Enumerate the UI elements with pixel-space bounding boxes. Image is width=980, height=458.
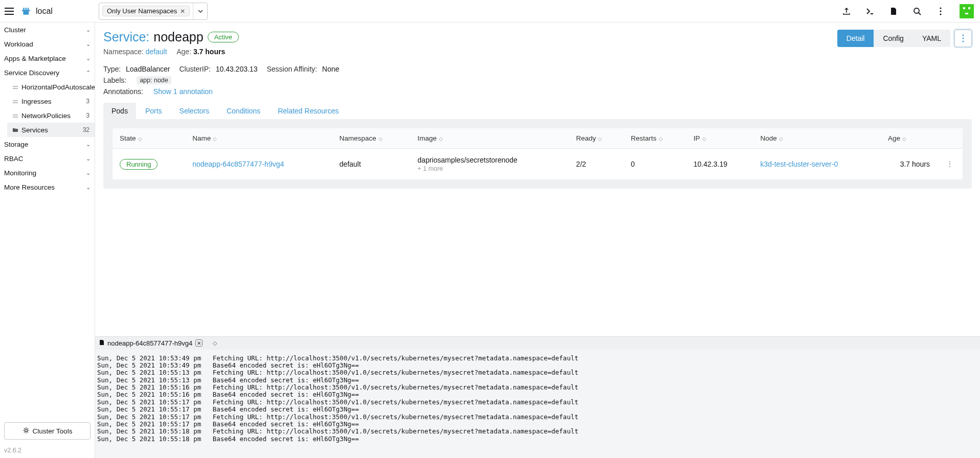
svg-point-3 [940, 13, 941, 15]
gear-icon [23, 427, 30, 436]
sort-icon: ◇ [213, 136, 216, 142]
clusterip-value: 10.43.203.13 [216, 65, 258, 73]
namespace-filter[interactable]: Only User Namespaces ✕ [99, 3, 208, 20]
subtab-selectors[interactable]: Selectors [171, 103, 217, 119]
table-row: Running nodeapp-64c8577477-h9vg4 default… [113, 149, 963, 179]
th-restarts[interactable]: Restarts◇ [623, 128, 686, 149]
th-ip[interactable]: IP◇ [686, 128, 753, 149]
svg-point-11 [963, 35, 964, 36]
resource-kind: Service: [103, 30, 149, 44]
svg-rect-9 [13, 117, 18, 118]
kebab-menu-icon[interactable] [936, 7, 945, 16]
file-icon[interactable] [889, 7, 898, 16]
nav-group-monitoring[interactable]: Monitoring⌄ [0, 166, 95, 180]
log-close-icon[interactable]: ✕ [195, 339, 203, 347]
sort-icon: ◇ [598, 136, 601, 142]
nav-group-rbac[interactable]: RBAC⌄ [0, 151, 95, 166]
pod-ready: 2/2 [569, 149, 623, 179]
subtab-pods[interactable]: Pods [103, 103, 136, 119]
pod-namespace: default [332, 149, 411, 179]
namespace-chip-remove-icon[interactable]: ✕ [180, 8, 185, 15]
th-state[interactable]: State◇ [113, 128, 185, 149]
chevron-down-icon: ⌄ [86, 184, 91, 191]
chevron-down-icon: ⌄ [86, 55, 91, 62]
svg-point-13 [963, 41, 964, 42]
namespace-link[interactable]: default [145, 48, 167, 56]
svg-rect-7 [13, 102, 18, 103]
pods-table: State◇ Name◇ Namespace◇ Image◇ Ready◇ Re… [113, 128, 963, 179]
pod-age: 3.7 hours [881, 149, 937, 179]
pod-ip: 10.42.3.19 [686, 149, 753, 179]
log-tab[interactable]: nodeapp-64c8577477-h9vg4 ✕ [99, 339, 203, 347]
pod-image-more: + 1 more [417, 165, 562, 172]
namespace-dropdown-icon[interactable] [193, 3, 204, 19]
th-node[interactable]: Node◇ [753, 128, 881, 149]
nav-item-networkpolicies[interactable]: NetworkPolicies 3 [7, 108, 95, 123]
th-namespace[interactable]: Namespace◇ [332, 128, 411, 149]
nav-group-more-resources[interactable]: More Resources⌄ [0, 180, 95, 194]
nav-item-hpa[interactable]: HorizontalPodAutoscalers 0 [7, 80, 95, 94]
search-icon[interactable] [912, 7, 922, 16]
yaml-tab-button[interactable]: YAML [913, 30, 950, 47]
session-affinity-value: None [322, 65, 339, 73]
subtab-related[interactable]: Related Resources [270, 103, 347, 119]
log-resize-icon[interactable]: ◇ [213, 340, 216, 347]
subtab-conditions[interactable]: Conditions [218, 103, 269, 119]
sort-icon: ◇ [659, 136, 662, 142]
nav-item-ingresses[interactable]: Ingresses 3 [7, 94, 95, 108]
shell-icon[interactable] [865, 7, 875, 16]
resource-icon [12, 98, 18, 104]
svg-rect-4 [13, 86, 18, 87]
cluster-selector[interactable]: local [21, 6, 53, 16]
pod-node-link[interactable]: k3d-test-cluster-server-0 [761, 160, 838, 168]
pod-name-link[interactable]: nodeapp-64c8577477-h9vg4 [192, 160, 284, 168]
cluster-tools-button[interactable]: Cluster Tools [4, 422, 91, 440]
log-tab-label: nodeapp-64c8577477-h9vg4 [107, 339, 192, 347]
nav-group-service-discovery[interactable]: Service Discovery⌃ [0, 65, 95, 80]
menu-toggle-icon[interactable] [4, 6, 14, 16]
svg-rect-8 [13, 114, 18, 116]
svg-point-0 [914, 8, 919, 13]
page-title: Service: nodeapp Active [103, 30, 239, 44]
sort-icon: ◇ [902, 136, 905, 142]
pod-image: dapriosamples/secretstorenode [417, 156, 562, 164]
subtab-ports[interactable]: Ports [137, 103, 170, 119]
nav-group-workload[interactable]: Workload⌄ [0, 37, 95, 51]
detail-tab-button[interactable]: Detail [837, 30, 874, 47]
resource-icon [12, 84, 18, 90]
chevron-down-icon: ⌄ [86, 141, 91, 148]
chevron-down-icon: ⌄ [86, 170, 91, 176]
folder-icon [12, 127, 18, 133]
import-icon[interactable] [842, 7, 851, 16]
th-age[interactable]: Age◇ [881, 128, 937, 149]
th-name[interactable]: Name◇ [185, 128, 332, 149]
th-image[interactable]: Image◇ [410, 128, 569, 149]
th-ready[interactable]: Ready◇ [569, 128, 623, 149]
chevron-down-icon: ⌄ [86, 27, 91, 33]
actions-menu-button[interactable] [954, 30, 972, 47]
chevron-down-icon: ⌄ [86, 155, 91, 162]
sort-icon: ◇ [439, 136, 442, 142]
subtabs: Pods Ports Selectors Conditions Related … [103, 103, 972, 119]
nav-group-cluster[interactable]: Cluster⌄ [0, 22, 95, 37]
show-annotations-link[interactable]: Show 1 annotation [153, 87, 213, 96]
svg-rect-6 [13, 100, 18, 101]
meta-line: Namespace: default Age: 3.7 hours [103, 48, 239, 56]
type-value: LoadBalancer [126, 65, 170, 73]
status-badge: Active [208, 32, 239, 42]
log-output[interactable]: Sun, Dec 5 2021 10:53:49 pm Fetching URL… [95, 350, 980, 459]
nav-item-services[interactable]: Services 32 [7, 123, 95, 137]
namespace-chip-label: Only User Namespaces [107, 7, 177, 15]
nav-group-storage[interactable]: Storage⌄ [0, 137, 95, 151]
nav-group-apps[interactable]: Apps & Marketplace⌄ [0, 51, 95, 65]
config-tab-button[interactable]: Config [874, 30, 912, 47]
pod-state-badge: Running [120, 159, 158, 170]
rancher-logo-icon [21, 6, 32, 16]
svg-point-10 [25, 429, 27, 431]
brand-avatar[interactable] [960, 4, 974, 18]
svg-rect-5 [13, 88, 18, 89]
topbar-actions [842, 4, 976, 18]
sidebar: Cluster⌄ Workload⌄ Apps & Marketplace⌄ S… [0, 22, 95, 458]
row-actions-icon[interactable]: ⋮ [944, 160, 955, 168]
sort-icon: ◇ [138, 136, 141, 142]
